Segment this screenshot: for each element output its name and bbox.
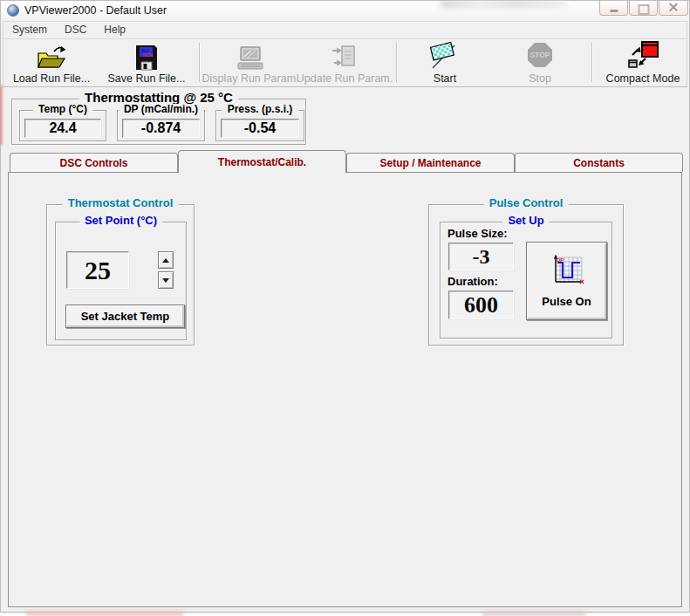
minimize-button[interactable] <box>599 1 628 16</box>
temp-label: Temp (°C) <box>33 104 92 115</box>
update-document-icon <box>331 41 359 71</box>
pulse-on-label: Pulse On <box>542 295 591 308</box>
toolbar-label: Save Run File... <box>108 72 186 85</box>
maximize-button[interactable] <box>629 1 658 16</box>
floppy-disk-icon: INJ SCN <box>135 41 158 71</box>
titlebar: VPViewer2000 - Default User <box>1 1 689 20</box>
pulse-chart-icon: DP <box>549 254 585 290</box>
toolbar-separator <box>199 43 200 82</box>
menu-item-help[interactable]: Help <box>95 22 134 38</box>
pulse-on-button[interactable]: DP Pulse On <box>526 242 607 320</box>
toolbar-separator <box>591 43 592 82</box>
thermostat-control-title: Thermostat Control <box>63 197 179 209</box>
thermostatting-group: Thermostatting @ 25 °C Temp (°C) 24.4 DP… <box>11 99 306 145</box>
display-run-param-button[interactable]: Display Run Param. <box>203 41 297 85</box>
pulse-control-title: Pulse Control <box>484 197 569 209</box>
chevron-down-icon <box>162 278 169 283</box>
stop-sign-icon: STOP <box>524 41 556 71</box>
pulse-size-label: Pulse Size: <box>447 227 508 240</box>
maximize-icon <box>638 4 649 15</box>
update-run-param-button[interactable]: Update Run Param. <box>297 41 392 85</box>
svg-text:STOP: STOP <box>530 51 550 59</box>
menu-item-system[interactable]: System <box>3 22 56 38</box>
toolbar-label: Load Run File... <box>13 72 90 85</box>
save-run-file-button[interactable]: INJ SCN Save Run File... <box>99 41 194 85</box>
duration-value: 600 <box>464 292 498 318</box>
set-point-spin-up-button[interactable] <box>158 251 174 269</box>
start-button[interactable]: Start <box>403 41 487 85</box>
open-folder-icon <box>37 41 66 71</box>
set-point-spin-down-button[interactable] <box>158 271 174 289</box>
pulse-size-value-box[interactable]: -3 <box>448 243 514 270</box>
close-icon <box>668 2 679 12</box>
window-title: VPViewer2000 - Default User <box>24 4 167 17</box>
chevron-up-icon <box>162 258 169 263</box>
dp-label: DP (mCal/min.) <box>119 104 203 115</box>
svg-text:SCN: SCN <box>142 52 153 58</box>
menubar: System DSC Help <box>3 21 687 39</box>
set-point-value: 25 <box>85 256 111 285</box>
minimize-icon <box>610 10 618 12</box>
load-run-file-button[interactable]: Load Run File... <box>4 41 99 85</box>
press-field-group: Press. (p.s.i.) -0.54 <box>215 110 304 141</box>
press-value: -0.54 <box>221 119 299 138</box>
dp-field-group: DP (mCal/min.) -0.874 <box>117 110 205 141</box>
set-jacket-temp-button[interactable]: Set Jacket Temp <box>65 305 185 328</box>
tab-setup-maintenance[interactable]: Setup / Maintenance <box>346 153 515 172</box>
stop-button[interactable]: STOP Stop <box>498 41 582 85</box>
temp-value: 24.4 <box>24 119 101 138</box>
compact-window-icon <box>626 41 659 71</box>
menu-item-dsc[interactable]: DSC <box>56 22 95 38</box>
pulse-setup-label: Set Up <box>502 215 549 227</box>
set-point-label: Set Point (°C) <box>79 215 162 227</box>
close-button[interactable] <box>659 1 688 16</box>
tab-constants[interactable]: Constants <box>515 153 683 172</box>
pulse-size-value: -3 <box>473 245 490 269</box>
duration-label: Duration: <box>447 275 498 288</box>
svg-text:DP: DP <box>557 257 564 263</box>
toolbar-separator <box>396 43 397 82</box>
compact-mode-button[interactable]: Compact Mode <box>597 41 689 85</box>
duration-value-box[interactable]: 600 <box>448 291 514 319</box>
dp-value: -0.874 <box>122 119 200 138</box>
toolbar: Load Run File... INJ SCN Save Run File..… <box>3 39 687 87</box>
tab-dsc-controls[interactable]: DSC Controls <box>10 153 178 172</box>
press-label: Press. (p.s.i.) <box>222 104 298 115</box>
set-point-value-box[interactable]: 25 <box>66 251 129 289</box>
app-window: VPViewer2000 - Default User System DSC H… <box>0 0 690 613</box>
checkered-flag-icon <box>428 41 461 71</box>
temp-field-group: Temp (°C) 24.4 <box>19 110 106 141</box>
tab-thermostat-calib[interactable]: Thermostat/Calib. <box>178 150 346 173</box>
toolbar-label: Stop <box>529 72 551 85</box>
toolbar-label: Compact Mode <box>606 72 680 85</box>
toolbar-label: Start <box>434 72 456 85</box>
toolbar-label: Display Run Param. <box>202 72 298 85</box>
app-globe-icon <box>7 4 19 17</box>
computer-icon <box>235 41 266 71</box>
toolbar-label: Update Run Param. <box>297 72 393 85</box>
